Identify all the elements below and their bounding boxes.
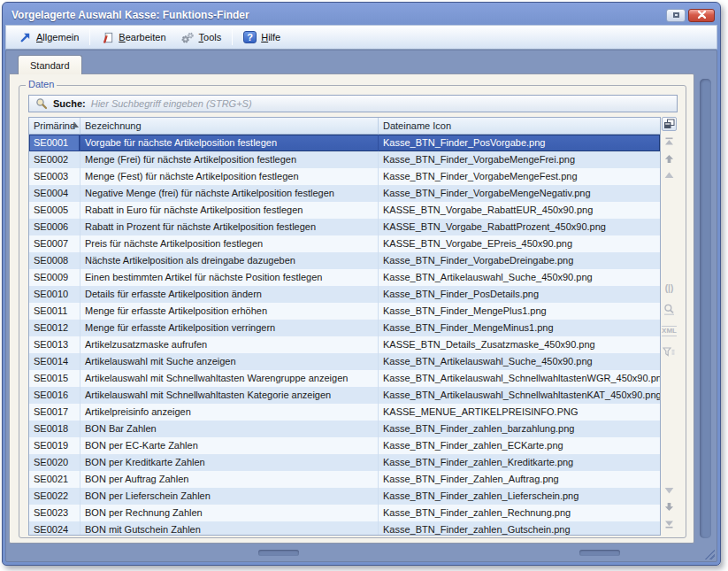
- table-row[interactable]: SE0004 Negative Menge (frei) für nächste…: [29, 185, 660, 202]
- cell-primaerind[interactable]: SE0007: [29, 235, 80, 252]
- next-row-button[interactable]: [664, 487, 674, 494]
- cell-dateiname[interactable]: Kasse_BTN_Artikelauswahl_Suche_450x90.pn…: [379, 353, 660, 370]
- toolbar-item-bearbeiten[interactable]: Bearbeiten: [94, 28, 172, 47]
- cell-primaerind[interactable]: SE0021: [29, 471, 80, 488]
- cell-bezeichnung[interactable]: Menge (Fest) für nächste Artikelposition…: [80, 168, 379, 185]
- column-header-primaerind[interactable]: Primärind: [29, 118, 80, 134]
- cell-primaerind[interactable]: SE0014: [29, 353, 80, 370]
- cell-dateiname[interactable]: KASSE_BTN_Vorgabe_RabattProzent_450x90.p…: [379, 219, 660, 235]
- cell-primaerind[interactable]: SE0015: [29, 370, 80, 387]
- cell-dateiname[interactable]: KASSE_BTN_Vorgabe_RabattEUR_450x90.png: [379, 202, 660, 219]
- cell-bezeichnung[interactable]: Menge für erfasste Artikelposition verri…: [80, 320, 379, 336]
- restore-button[interactable]: [666, 9, 686, 22]
- cell-primaerind[interactable]: SE0004: [29, 185, 80, 202]
- cell-primaerind[interactable]: SE0002: [29, 151, 80, 168]
- cell-primaerind[interactable]: SE0022: [29, 488, 80, 505]
- close-button[interactable]: [688, 9, 715, 22]
- go-first-row-button[interactable]: [664, 137, 674, 146]
- cell-bezeichnung[interactable]: BON per Rechnung Zahlen: [80, 505, 379, 521]
- cell-dateiname[interactable]: KASSE_BTN_Vorgabe_EPreis_450x90.png: [379, 235, 660, 252]
- cell-dateiname[interactable]: Kasse_BTN_Finder_MengeMinus1.png: [379, 320, 660, 336]
- cell-primaerind[interactable]: SE0016: [29, 387, 80, 404]
- page-up-button[interactable]: [664, 154, 674, 164]
- tab-standard[interactable]: Standard: [18, 55, 82, 74]
- incremental-search-button[interactable]: [663, 304, 675, 315]
- page-down-button[interactable]: [664, 502, 674, 512]
- cell-dateiname[interactable]: Kasse_BTN_Finder_VorgabeMengeNegativ.png: [379, 185, 660, 202]
- cell-dateiname[interactable]: Kasse_BTN_Artikelauswahl_Suche_450x90.pn…: [379, 269, 660, 286]
- cell-dateiname[interactable]: Kasse_BTN_Finder_PosVorgabe.png: [379, 135, 660, 151]
- filter-button[interactable]: [663, 347, 675, 357]
- table-row[interactable]: SE0019 BON per EC-Karte Zahlen Kasse_BTN…: [29, 437, 660, 454]
- cell-bezeichnung[interactable]: Nächste Artikelposition als dreingabe da…: [80, 252, 379, 269]
- table-row[interactable]: SE0015 Artikelauswahl mit Schnellwahltas…: [29, 370, 660, 387]
- cell-primaerind[interactable]: SE0020: [29, 454, 80, 471]
- table-row[interactable]: SE0011 Menge für erfasste Artikelpositio…: [29, 303, 660, 320]
- table-row[interactable]: SE0016 Artikelauswahl mit Schnellwahltas…: [29, 387, 660, 404]
- cell-bezeichnung[interactable]: Artikelzusatzmaske aufrufen: [80, 336, 379, 353]
- cell-bezeichnung[interactable]: Artikelauswahl mit Schnellwahltasten Kat…: [80, 387, 379, 404]
- cell-primaerind[interactable]: SE0003: [29, 168, 80, 185]
- table-row[interactable]: SE0013 Artikelzusatzmaske aufrufen KASSE…: [29, 336, 660, 353]
- cell-primaerind[interactable]: SE0001: [29, 135, 80, 151]
- cell-primaerind[interactable]: SE0019: [29, 437, 80, 454]
- toolbar-item-tools[interactable]: Tools: [173, 28, 229, 47]
- table-row[interactable]: SE0022 BON per Lieferschein Zahlen Kasse…: [29, 488, 660, 505]
- cell-bezeichnung[interactable]: BON per EC-Karte Zahlen: [80, 437, 379, 454]
- cell-bezeichnung[interactable]: Details für erfasste Artikelposition änd…: [80, 286, 379, 303]
- previous-row-button[interactable]: [664, 172, 674, 179]
- cell-bezeichnung[interactable]: BON per Lieferschein Zahlen: [80, 488, 379, 505]
- table-row[interactable]: SE0018 BON Bar Zahlen Kasse_BTN_Finder_z…: [29, 421, 660, 437]
- table-row[interactable]: SE0014 Artikelauswahl mit Suche anzeigen…: [29, 353, 660, 370]
- table-row[interactable]: SE0012 Menge für erfasste Artikelpositio…: [29, 320, 660, 336]
- cell-dateiname[interactable]: Kasse_BTN_Finder_Zahlen_Auftrag.png: [379, 471, 660, 488]
- cell-bezeichnung[interactable]: BON per Kreditkarte Zahlen: [80, 454, 379, 471]
- title-bar[interactable]: Vorgelagerte Auswahl Kasse: Funktions-Fi…: [5, 5, 717, 25]
- table-row[interactable]: SE0007 Preis für nächste Artikelposition…: [29, 235, 660, 252]
- cell-dateiname[interactable]: Kasse_BTN_Finder_VorgabeMengeFest.png: [379, 168, 660, 185]
- column-chooser-button[interactable]: [662, 117, 677, 131]
- cell-bezeichnung[interactable]: Menge für erfasste Artikelposition erhöh…: [80, 303, 379, 320]
- cell-dateiname[interactable]: Kasse_BTN_Finder_zahlen_Lieferschein.png: [379, 488, 660, 505]
- column-header-bezeichnung[interactable]: Bezeichnung: [80, 118, 379, 134]
- cell-dateiname[interactable]: KASSE_MENUE_ARTIKELPREISINFO.PNG: [379, 404, 660, 421]
- table-row[interactable]: SE0006 Rabatt in Prozent für nächste Art…: [29, 219, 660, 235]
- cell-primaerind[interactable]: SE0009: [29, 269, 80, 286]
- cell-bezeichnung[interactable]: BON per Auftrag Zahlen: [80, 471, 379, 488]
- cell-bezeichnung[interactable]: BON Bar Zahlen: [80, 421, 379, 437]
- table-row[interactable]: SE0005 Rabatt in Euro für nächste Artike…: [29, 202, 660, 219]
- table-row[interactable]: SE0023 BON per Rechnung Zahlen Kasse_BTN…: [29, 505, 660, 521]
- cell-bezeichnung[interactable]: Artikelauswahl mit Suche anzeigen: [80, 353, 379, 370]
- cell-bezeichnung[interactable]: Artikelpreisinfo anzeigen: [80, 404, 379, 421]
- cell-bezeichnung[interactable]: Vorgabe für nächste Artikelposition fest…: [80, 135, 379, 151]
- cell-bezeichnung[interactable]: Einen bestimmten Artikel für nächste Pos…: [80, 269, 379, 286]
- cell-dateiname[interactable]: Kasse_BTN_Finder_zahlen_Gutschein.png: [379, 521, 660, 536]
- cell-dateiname[interactable]: Kasse_BTN_Finder_PosDetails.png: [379, 286, 660, 303]
- table-row[interactable]: SE0021 BON per Auftrag Zahlen Kasse_BTN_…: [29, 471, 660, 488]
- cell-dateiname[interactable]: Kasse_BTN_Artikelauswahl_Schnellwahltast…: [379, 370, 660, 387]
- table-row[interactable]: SE0003 Menge (Fest) für nächste Artikelp…: [29, 168, 660, 185]
- cell-dateiname[interactable]: Kasse_BTN_Finder_zahlen_ECKarte.png: [379, 437, 660, 454]
- cell-dateiname[interactable]: Kasse_BTN_Finder_zahlen_Kreditkarte.png: [379, 454, 660, 471]
- resize-grip[interactable]: [703, 548, 715, 559]
- toolbar-item-hilfe[interactable]: ? Hilfe: [236, 28, 287, 46]
- cell-dateiname[interactable]: Kasse_BTN_Artikelauswahl_Schnellwahltast…: [379, 387, 660, 404]
- cell-primaerind[interactable]: SE0006: [29, 219, 80, 235]
- column-header-dateiname-icon[interactable]: Dateiname Icon: [379, 118, 660, 134]
- table-row[interactable]: SE0017 Artikelpreisinfo anzeigen KASSE_M…: [29, 404, 660, 421]
- cell-dateiname[interactable]: Kasse_BTN_Finder_zahlen_barzahlung.png: [379, 421, 660, 437]
- table-row[interactable]: SE0009 Einen bestimmten Artikel für näch…: [29, 269, 660, 286]
- record-count-icon[interactable]: (|): [665, 283, 673, 293]
- search-input[interactable]: Suche: Hier Suchbegriff eingeben (STRG+S…: [28, 95, 678, 112]
- toolbar-item-allgemein[interactable]: Allgemein: [11, 28, 86, 47]
- cell-dateiname[interactable]: Kasse_BTN_Finder_zahlen_Rechnung.png: [379, 505, 660, 521]
- cell-dateiname[interactable]: Kasse_BTN_Finder_VorgabeDreingabe.png: [379, 252, 660, 269]
- table-row[interactable]: SE0020 BON per Kreditkarte Zahlen Kasse_…: [29, 454, 660, 471]
- table-row[interactable]: SE0002 Menge (Frei) für nächste Artikelp…: [29, 151, 660, 168]
- table-row[interactable]: SE0008 Nächste Artikelposition als drein…: [29, 252, 660, 269]
- table-row[interactable]: SE0001 Vorgabe für nächste Artikelpositi…: [29, 135, 660, 151]
- cell-dateiname[interactable]: Kasse_BTN_Finder_MengePlus1.png: [379, 303, 660, 320]
- cell-primaerind[interactable]: SE0017: [29, 404, 80, 421]
- cell-primaerind[interactable]: SE0018: [29, 421, 80, 437]
- cell-bezeichnung[interactable]: Negative Menge (frei) für nächste Artike…: [80, 185, 379, 202]
